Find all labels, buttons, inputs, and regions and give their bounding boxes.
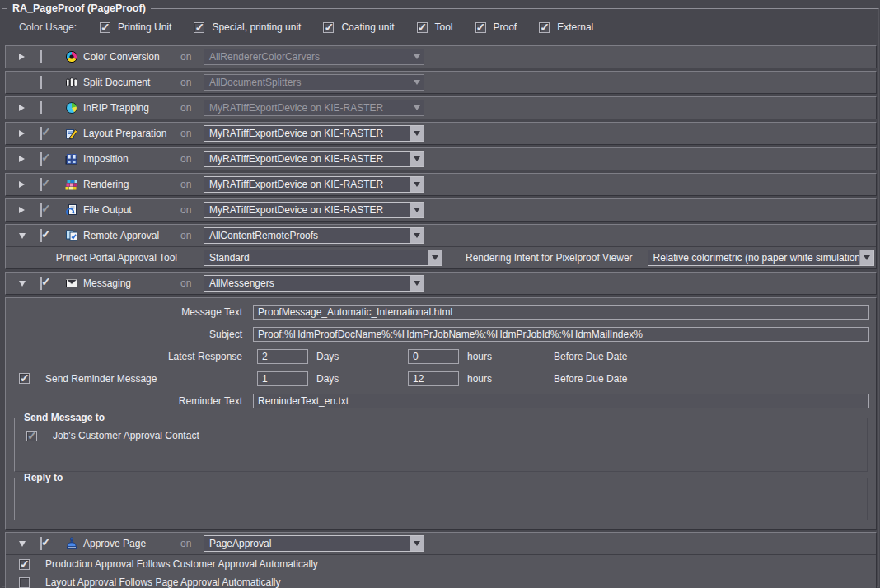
external-label: External (557, 21, 593, 33)
chevron-down-icon[interactable] (410, 49, 424, 64)
messaging-combo[interactable]: AllMessengers (204, 275, 424, 292)
portal-approval-tool-combo[interactable]: Standard (204, 250, 442, 266)
days-label: Days (316, 373, 404, 385)
rendering-checkbox[interactable] (40, 178, 42, 191)
messaging-row: Messaging on AllMessengers (6, 273, 876, 294)
process-label: InRIP Trapping (83, 102, 180, 114)
portal-approval-row: Prinect Portal Approval Tool Standard Re… (6, 246, 876, 268)
chevron-down-icon[interactable] (410, 75, 424, 90)
inrip-trapping-checkbox[interactable] (40, 101, 42, 114)
color-conversion-checkbox[interactable] (40, 50, 42, 63)
reminder-days-field[interactable] (257, 371, 308, 386)
split-document-band: Split Document on AllDocumentSplitters (5, 71, 877, 94)
proof-label: Proof (494, 21, 517, 33)
reminder-hours-field[interactable] (408, 371, 459, 386)
inrip-trapping-icon (65, 101, 83, 114)
chevron-down-icon[interactable] (410, 276, 424, 291)
messaging-checkbox[interactable] (40, 277, 42, 290)
chevron-down-icon[interactable] (410, 126, 424, 141)
expander-icon[interactable] (19, 54, 25, 60)
process-label: Layout Preparation (83, 128, 180, 139)
file-output-checkbox[interactable] (40, 203, 42, 217)
remote-approval-band: Remote Approval on AllContentRemoteProof… (5, 224, 877, 269)
hours-label: hours (467, 373, 545, 385)
expander-icon[interactable] (19, 233, 26, 239)
chevron-down-icon[interactable] (859, 250, 873, 265)
process-label: Remote Approval (83, 230, 180, 241)
on-label: on (180, 102, 204, 114)
send-message-to-option-row: Job's Customer Approval Contact (15, 418, 867, 441)
expander-icon[interactable] (19, 181, 25, 188)
expander-icon[interactable] (19, 105, 25, 111)
file-output-combo[interactable]: MyRATiffExportDevice on KIE-RASTER (204, 202, 424, 218)
subject-field[interactable] (253, 327, 869, 342)
expander-icon[interactable] (19, 281, 26, 287)
coating-unit-checkbox[interactable] (323, 22, 334, 33)
layout-preparation-icon (65, 127, 83, 140)
tool-checkbox[interactable] (417, 22, 428, 33)
on-label: on (180, 77, 204, 88)
remote-approval-checkbox[interactable] (40, 229, 42, 242)
on-label: on (180, 51, 204, 63)
remote-approval-row: Remote Approval on AllContentRemoteProof… (6, 225, 876, 246)
expander-icon[interactable] (19, 541, 26, 547)
approve-page-options: Production Approval Follows Customer App… (6, 554, 876, 588)
imposition-band: Imposition on MyRATiffExportDevice on KI… (5, 147, 877, 170)
chevron-down-icon[interactable] (410, 228, 424, 243)
chevron-down-icon[interactable] (410, 536, 424, 551)
rendering-combo[interactable]: MyRATiffExportDevice on KIE-RASTER (204, 176, 424, 193)
approve-page-combo[interactable]: PageApproval (204, 535, 424, 552)
chevron-down-icon[interactable] (428, 250, 442, 265)
expander-icon[interactable] (19, 207, 25, 213)
latest-response-hours-field[interactable] (408, 349, 459, 364)
expander-icon[interactable] (19, 130, 25, 137)
on-label: on (180, 230, 204, 241)
latest-response-row: Latest Response Days hours Before Due Da… (6, 345, 876, 367)
subject-row: Subject (6, 323, 876, 345)
color-conversion-combo[interactable]: AllRendererColorCarvers (204, 49, 424, 65)
before-due-date-label: Before Due Date (554, 373, 627, 385)
printing-unit-label: Printing Unit (118, 21, 171, 33)
layout-preparation-combo[interactable]: MyRATiffExportDevice on KIE-RASTER (204, 125, 424, 142)
split-document-row: Split Document on AllDocumentSplitters (6, 72, 876, 93)
tool-label: Tool (435, 21, 453, 33)
approve-page-icon (65, 537, 83, 550)
file-output-row: File Output on MyRATiffExportDevice on K… (6, 199, 876, 221)
inrip-trapping-combo[interactable]: MyRATiffExportDevice on KIE-RASTER (204, 100, 424, 116)
send-reminder-checkbox[interactable] (19, 373, 30, 384)
proof-checkbox[interactable] (475, 22, 486, 33)
chevron-down-icon[interactable] (410, 100, 424, 115)
portal-approval-tool-label: Prinect Portal Approval Tool (6, 252, 204, 264)
subject-label: Subject (6, 329, 253, 340)
external-checkbox[interactable] (539, 22, 550, 33)
latest-response-days-field[interactable] (257, 349, 308, 364)
approve-page-checkbox[interactable] (40, 537, 42, 550)
inrip-trapping-row: InRIP Trapping on MyRATiffExportDevice o… (6, 97, 876, 119)
chevron-down-icon[interactable] (410, 177, 424, 192)
remote-approval-combo[interactable]: AllContentRemoteProofs (204, 227, 424, 244)
production-approval-checkbox[interactable] (19, 559, 30, 570)
hours-label: hours (467, 351, 545, 362)
imposition-checkbox[interactable] (40, 152, 42, 166)
expander-icon[interactable] (19, 156, 25, 162)
customer-approval-contact-checkbox[interactable] (26, 431, 37, 441)
rendering-intent-combo[interactable]: Relative colorimetric (no paper white si… (648, 250, 874, 266)
approve-page-band: Approve Page on PageApproval Production … (5, 532, 877, 588)
reminder-text-field[interactable] (253, 394, 869, 408)
message-text-field[interactable] (253, 305, 869, 320)
special-printing-unit-checkbox[interactable] (194, 22, 204, 33)
message-text-label: Message Text (6, 306, 253, 318)
imposition-combo[interactable]: MyRATiffExportDevice on KIE-RASTER (204, 151, 424, 167)
chevron-down-icon[interactable] (410, 152, 424, 166)
split-document-checkbox[interactable] (40, 76, 42, 89)
color-usage-row: Color Usage: Printing Unit Special, prin… (2, 9, 878, 45)
process-label: File Output (83, 204, 180, 216)
split-document-combo[interactable]: AllDocumentSplitters (204, 74, 424, 91)
layout-approval-checkbox[interactable] (19, 577, 30, 588)
chevron-down-icon[interactable] (410, 203, 424, 217)
printing-unit-checkbox[interactable] (100, 22, 110, 33)
layout-preparation-checkbox[interactable] (40, 127, 42, 140)
color-usage-tool: Tool (417, 21, 453, 33)
process-label: Rendering (83, 179, 180, 190)
reminder-text-row: Reminder Text (6, 390, 876, 412)
